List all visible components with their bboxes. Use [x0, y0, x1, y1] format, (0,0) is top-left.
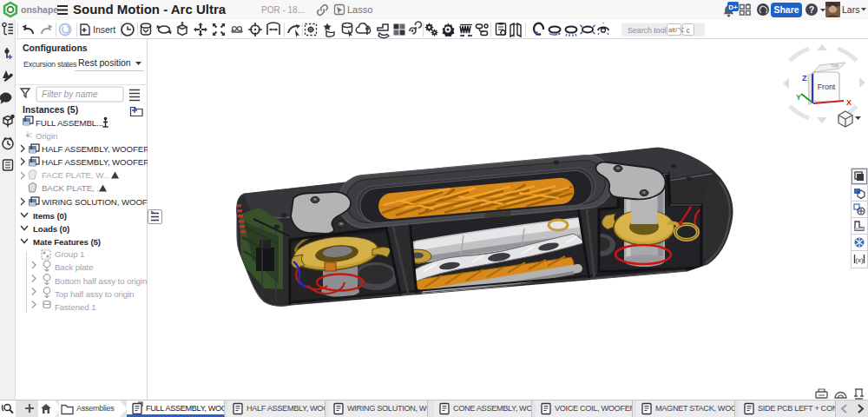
svg-text:Fastened 1: Fastened 1: [55, 302, 95, 312]
svg-text:D+: D+: [728, 3, 738, 11]
svg-text:Filter by name: Filter by name: [42, 89, 98, 99]
svg-text:HALF ASSEMBLY, WOOFER, ...: HALF ASSEMBLY, WOOFER, ...: [42, 157, 148, 167]
svg-text:Top: Top: [831, 63, 840, 69]
svg-text:HALF ASSEMBLY, WOOFER, ...: HALF ASSEMBLY, WOOFER, ...: [42, 144, 148, 154]
svg-text:Front: Front: [818, 83, 836, 91]
svg-text:Top half assy to origin: Top half assy to origin: [55, 289, 134, 299]
svg-text:Group 1: Group 1: [55, 249, 84, 259]
svg-text:Y: Y: [796, 93, 801, 102]
svg-text:Back plate: Back plate: [55, 262, 93, 272]
svg-text:Instances (5): Instances (5): [23, 104, 78, 115]
svg-text:FACE PLATE, W...: FACE PLATE, W...: [42, 170, 109, 180]
svg-text:BACK PLATE, ...: BACK PLATE, ...: [42, 183, 103, 193]
svg-text:Insert: Insert: [93, 24, 115, 35]
svg-text:Mate Features (5): Mate Features (5): [33, 237, 101, 247]
svg-text:(x): (x): [855, 256, 864, 264]
svg-text:Bottom half assy to origin: Bottom half assy to origin: [55, 276, 147, 286]
svg-text:X: X: [846, 98, 852, 107]
svg-text:?: ?: [809, 5, 814, 15]
svg-text:alt/⌥: alt/⌥: [668, 26, 685, 34]
svg-text:FULL ASSEMBL...: FULL ASSEMBL...: [36, 118, 103, 128]
svg-text:Origin: Origin: [36, 131, 57, 141]
svg-text:onshape: onshape: [21, 4, 58, 15]
svg-text:WIRING SOLUTION, WOOFER,...: WIRING SOLUTION, WOOFER,...: [42, 197, 148, 207]
svg-text:Items (0): Items (0): [33, 211, 67, 221]
svg-text:Z: Z: [802, 74, 807, 83]
svg-text:Loads (0): Loads (0): [33, 224, 69, 234]
